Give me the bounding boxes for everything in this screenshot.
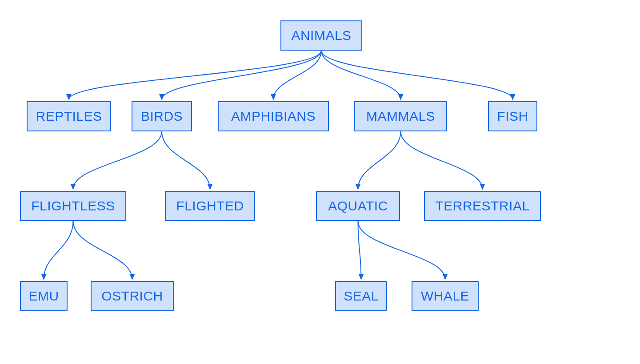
node-label: MAMMALS [366,109,435,124]
edge-mammals-to-aquatic [358,131,401,189]
edge-animals-to-fish [321,51,513,99]
edge-animals-to-birds [162,51,321,99]
node-whale: WHALE [412,281,479,311]
node-animals: ANIMALS [280,20,362,51]
node-label: FISH [497,109,528,124]
node-flighted: FLIGHTED [165,191,255,221]
node-emu: EMU [20,281,68,311]
node-label: FLIGHTLESS [31,198,115,214]
node-reptiles: REPTILES [27,101,111,131]
edge-mammals-to-terrestrial [401,131,483,189]
node-birds: BIRDS [132,101,192,131]
node-mammals: MAMMALS [354,101,447,131]
edge-birds-to-flightless [73,131,162,189]
node-label: FLIGHTED [176,198,244,214]
node-label: EMU [28,289,59,304]
node-aquatic: AQUATIC [316,191,400,221]
edge-animals-to-reptiles [69,51,321,99]
edge-flightless-to-emu [44,221,73,279]
edge-aquatic-to-seal [358,221,361,279]
node-ostrich: OSTRICH [91,281,174,311]
node-label: REPTILES [36,109,102,124]
node-label: AMPHIBIANS [231,109,316,124]
edge-animals-to-amphibians [273,51,321,99]
node-label: AQUATIC [328,198,388,214]
edge-birds-to-flighted [162,131,210,189]
node-label: OSTRICH [101,289,163,304]
node-label: SEAL [344,289,379,304]
node-fish: FISH [488,101,537,131]
node-label: ANIMALS [291,28,351,43]
edge-flightless-to-ostrich [73,221,132,279]
node-label: WHALE [421,289,469,304]
node-label: BIRDS [141,109,183,124]
node-seal: SEAL [335,281,387,311]
node-flightless: FLIGHTLESS [20,191,126,221]
node-terrestrial: TERRESTRIAL [424,191,541,221]
edge-animals-to-mammals [321,51,401,99]
diagram-stage: ANIMALS REPTILES BIRDS AMPHIBIANS MAMMAL… [0,0,640,364]
node-label: TERRESTRIAL [435,198,529,214]
node-amphibians: AMPHIBIANS [218,101,329,131]
edge-aquatic-to-whale [358,221,445,279]
